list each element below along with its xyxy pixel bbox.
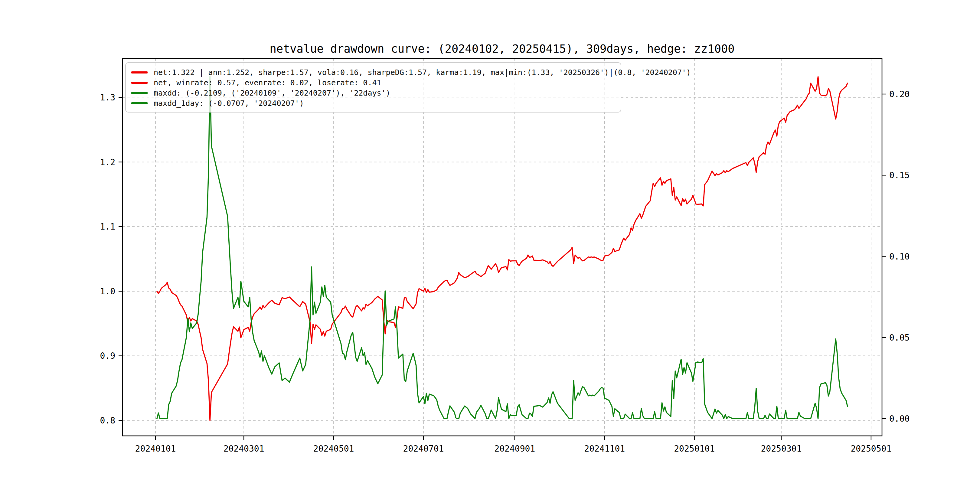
net-line-swatch: [131, 72, 148, 73]
legend-label-net-rates: net, winrate: 0.57, evenrate: 0.02, lose…: [154, 78, 382, 87]
y-right-tick-label: 0.00: [889, 414, 910, 424]
drawdown-line-swatch: [131, 92, 148, 94]
legend-box: net:1.322 | ann:1.252, sharpe:1.57, vola…: [125, 62, 621, 113]
y-right-tick-label: 0.05: [889, 333, 910, 343]
x-tick-label: 20241101: [584, 444, 625, 454]
legend-item-maxdd: maxdd: (-0.2109, ('20240109', '20240207'…: [131, 88, 615, 98]
y-left-tick-label: 1.0: [100, 286, 115, 296]
y-right-tick-label: 0.20: [889, 89, 910, 99]
drawdown-curve: [157, 76, 848, 418]
legend-label-net-stats: net:1.322 | ann:1.252, sharpe:1.57, vola…: [154, 68, 691, 77]
x-tick-label: 20240101: [135, 444, 176, 454]
y-left-tick-label: 0.9: [100, 351, 115, 361]
y-left-tick-label: 1.2: [100, 157, 115, 167]
x-tick-label: 20250301: [761, 444, 802, 454]
legend-item-net-stats: net:1.322 | ann:1.252, sharpe:1.57, vola…: [131, 67, 615, 78]
x-tick-label: 20240901: [494, 444, 535, 454]
drawdown-line-swatch: [131, 102, 148, 104]
y-left-tick-label: 0.8: [100, 415, 115, 426]
y-left-tick-label: 1.1: [100, 222, 115, 232]
legend-item-maxdd-1day: maxdd_1day: (-0.0707, '20240207'): [131, 98, 615, 108]
net-line-swatch: [131, 82, 148, 84]
legend-item-net-rates: net, winrate: 0.57, evenrate: 0.02, lose…: [131, 78, 615, 88]
x-tick-label: 20250501: [851, 444, 891, 454]
legend-label-maxdd-1day: maxdd_1day: (-0.0707, '20240207'): [154, 99, 304, 108]
figure: netvalue drawdown curve: (20240102, 2025…: [0, 0, 980, 490]
y-left-tick-label: 1.3: [100, 92, 115, 103]
x-tick-label: 20240701: [403, 444, 444, 454]
net-curve: [157, 77, 848, 420]
x-tick-label: 20240301: [224, 444, 264, 454]
legend-label-maxdd: maxdd: (-0.2109, ('20240109', '20240207'…: [154, 89, 390, 97]
x-tick-label: 20250101: [674, 444, 715, 454]
plot-spines: [123, 58, 882, 436]
y-right-tick-label: 0.10: [889, 251, 910, 262]
y-right-tick-label: 0.15: [889, 170, 910, 180]
x-tick-label: 20240501: [313, 444, 354, 454]
